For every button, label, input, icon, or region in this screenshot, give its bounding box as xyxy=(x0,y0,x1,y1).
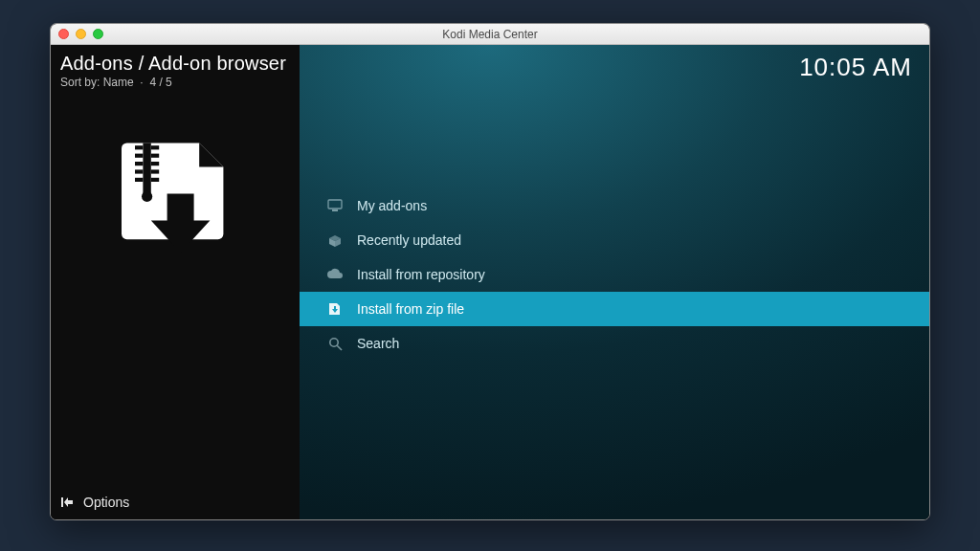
svg-rect-7 xyxy=(135,169,143,173)
clock: 10:05 AM xyxy=(799,53,912,82)
screen-icon xyxy=(326,197,344,214)
breadcrumb: Add-ons / Add-on browser xyxy=(51,45,300,75)
options-label: Options xyxy=(83,495,129,510)
svg-rect-0 xyxy=(143,143,150,196)
menu-item-search[interactable]: Search xyxy=(300,326,929,361)
main-panel: 10:05 AM My add-ons Recently updated xyxy=(300,45,929,520)
svg-rect-9 xyxy=(135,178,143,182)
options-icon xyxy=(60,495,76,510)
zip-down-icon xyxy=(326,300,344,318)
svg-rect-14 xyxy=(332,209,338,211)
svg-rect-8 xyxy=(151,169,159,173)
menu-item-label: Install from zip file xyxy=(357,301,464,317)
box-open-icon xyxy=(326,231,344,249)
sort-status: Sort by: Name · 4 / 5 xyxy=(51,75,300,97)
svg-rect-2 xyxy=(151,145,159,149)
svg-rect-4 xyxy=(151,154,159,158)
addon-browser-menu: My add-ons Recently updated Install from… xyxy=(300,188,929,361)
svg-rect-5 xyxy=(135,162,143,165)
menu-item-my-addons[interactable]: My add-ons xyxy=(300,188,929,223)
app-window: Kodi Media Center Add-ons / Add-on brows… xyxy=(50,23,930,520)
zip-download-icon xyxy=(108,135,242,269)
menu-item-label: Recently updated xyxy=(357,232,461,248)
svg-rect-1 xyxy=(135,145,143,149)
svg-line-16 xyxy=(337,345,342,350)
window-title: Kodi Media Center xyxy=(51,28,929,41)
menu-item-label: Search xyxy=(357,336,399,351)
sidebar: Add-ons / Add-on browser Sort by: Name ·… xyxy=(51,45,300,520)
menu-item-label: My add-ons xyxy=(357,198,427,213)
svg-rect-6 xyxy=(151,162,159,165)
search-icon xyxy=(326,335,344,352)
svg-point-11 xyxy=(142,191,152,202)
menu-item-recently-updated[interactable]: Recently updated xyxy=(300,223,929,257)
menu-item-label: Install from repository xyxy=(357,267,485,282)
svg-rect-13 xyxy=(328,200,342,209)
list-position: 4 / 5 xyxy=(149,76,171,89)
sort-label[interactable]: Sort by: Name xyxy=(60,76,134,89)
svg-rect-10 xyxy=(151,178,159,182)
svg-rect-3 xyxy=(135,154,143,158)
menu-item-install-from-zip[interactable]: Install from zip file xyxy=(300,292,929,326)
cloud-icon xyxy=(326,266,344,283)
titlebar[interactable]: Kodi Media Center xyxy=(51,24,929,45)
options-button[interactable]: Options xyxy=(51,483,300,520)
menu-item-install-from-repository[interactable]: Install from repository xyxy=(300,257,929,292)
svg-rect-12 xyxy=(61,497,63,507)
svg-point-15 xyxy=(329,338,337,345)
